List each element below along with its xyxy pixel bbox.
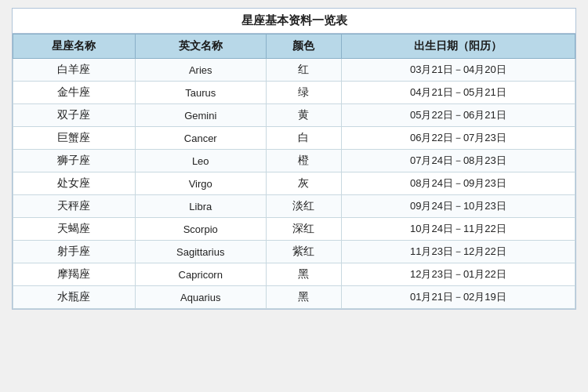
cell-date: 10月24日－11月22日 xyxy=(341,218,575,241)
cell-english: Aquarius xyxy=(135,286,266,309)
cell-date: 06月22日－07月23日 xyxy=(341,127,575,150)
cell-color: 橙 xyxy=(266,150,341,172)
table-row: 巨蟹座Cancer白06月22日－07月23日 xyxy=(13,127,575,150)
table-row: 天秤座Libra淡红09月24日－10月23日 xyxy=(13,195,575,218)
cell-english: Taurus xyxy=(135,82,266,104)
cell-chinese: 双子座 xyxy=(13,104,136,127)
cell-date: 01月21日－02月19日 xyxy=(341,286,575,309)
cell-color: 深红 xyxy=(266,218,341,241)
cell-color: 黄 xyxy=(266,104,341,127)
cell-chinese: 处女座 xyxy=(13,172,136,195)
cell-english: Scorpio xyxy=(135,218,266,241)
cell-english: Gemini xyxy=(135,104,266,127)
cell-color: 黑 xyxy=(266,286,341,309)
cell-color: 红 xyxy=(266,59,341,82)
table-row: 天蝎座Scorpio深红10月24日－11月22日 xyxy=(13,218,575,241)
cell-color: 紫红 xyxy=(266,241,341,263)
cell-chinese: 天秤座 xyxy=(13,195,136,218)
table-title: 星座基本资料一览表 xyxy=(13,9,575,34)
cell-color: 淡红 xyxy=(266,195,341,218)
cell-color: 灰 xyxy=(266,172,341,195)
cell-english: Capricorn xyxy=(135,263,266,286)
cell-date: 12月23日－01月22日 xyxy=(341,263,575,286)
cell-chinese: 狮子座 xyxy=(13,150,136,172)
cell-date: 05月22日－06月21日 xyxy=(341,104,575,127)
table-row: 狮子座Leo橙07月24日－08月23日 xyxy=(13,150,575,172)
cell-date: 08月24日－09月23日 xyxy=(341,172,575,195)
cell-color: 白 xyxy=(266,127,341,150)
zodiac-table: 星座名称 英文名称 颜色 出生日期（阳历） 白羊座Aries红03月21日－04… xyxy=(13,34,575,309)
table-row: 射手座Sagittarius紫红11月23日－12月22日 xyxy=(13,241,575,263)
cell-date: 09月24日－10月23日 xyxy=(341,195,575,218)
cell-color: 黑 xyxy=(266,263,341,286)
cell-date: 11月23日－12月22日 xyxy=(341,241,575,263)
table-row: 白羊座Aries红03月21日－04月20日 xyxy=(13,59,575,82)
cell-chinese: 天蝎座 xyxy=(13,218,136,241)
cell-chinese: 巨蟹座 xyxy=(13,127,136,150)
cell-english: Libra xyxy=(135,195,266,218)
cell-date: 07月24日－08月23日 xyxy=(341,150,575,172)
cell-chinese: 水瓶座 xyxy=(13,286,136,309)
cell-date: 03月21日－04月20日 xyxy=(341,59,575,82)
cell-color: 绿 xyxy=(266,82,341,104)
table-header-row: 星座名称 英文名称 颜色 出生日期（阳历） xyxy=(13,34,575,59)
table-row: 摩羯座Capricorn黑12月23日－01月22日 xyxy=(13,263,575,286)
zodiac-table-container: 星座基本资料一览表 星座名称 英文名称 颜色 出生日期（阳历） 白羊座Aries… xyxy=(12,8,576,310)
cell-chinese: 白羊座 xyxy=(13,59,136,82)
table-row: 处女座Virgo灰08月24日－09月23日 xyxy=(13,172,575,195)
cell-date: 04月21日－05月21日 xyxy=(341,82,575,104)
header-date: 出生日期（阳历） xyxy=(341,34,575,59)
header-chinese: 星座名称 xyxy=(13,34,136,59)
cell-chinese: 金牛座 xyxy=(13,82,136,104)
cell-english: Sagittarius xyxy=(135,241,266,263)
header-english: 英文名称 xyxy=(135,34,266,59)
cell-chinese: 摩羯座 xyxy=(13,263,136,286)
header-color: 颜色 xyxy=(266,34,341,59)
table-row: 双子座Gemini黄05月22日－06月21日 xyxy=(13,104,575,127)
cell-english: Leo xyxy=(135,150,266,172)
cell-english: Cancer xyxy=(135,127,266,150)
table-row: 水瓶座Aquarius黑01月21日－02月19日 xyxy=(13,286,575,309)
cell-english: Virgo xyxy=(135,172,266,195)
cell-chinese: 射手座 xyxy=(13,241,136,263)
table-row: 金牛座Taurus绿04月21日－05月21日 xyxy=(13,82,575,104)
cell-english: Aries xyxy=(135,59,266,82)
